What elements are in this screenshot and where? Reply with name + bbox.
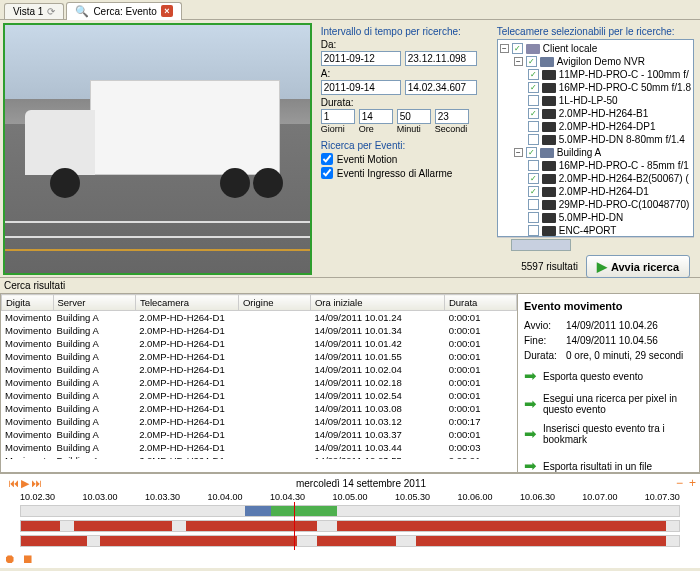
tl-zoom-in-icon[interactable]: +	[689, 476, 696, 490]
table-row[interactable]: MovimentoBuilding A2.0MP-HD-H264-D114/09…	[1, 363, 517, 376]
to-date-input[interactable]	[321, 80, 401, 95]
tab-vista[interactable]: Vista 1⟳	[4, 3, 64, 19]
to-time-input[interactable]	[405, 80, 477, 95]
duration-label: Durata:	[321, 97, 491, 108]
result-count: 5597 risultati	[521, 261, 578, 272]
table-row[interactable]: MovimentoBuilding A2.0MP-HD-H264-D114/09…	[1, 324, 517, 337]
table-row[interactable]: MovimentoBuilding A2.0MP-HD-H264-D114/09…	[1, 428, 517, 441]
event-detail-panel: Evento movimento Avvio:14/09/2011 10.04.…	[518, 293, 700, 473]
timeline[interactable]: ⏮ ▶ ⏭ mercoledì 14 settembre 2011 − + 10…	[0, 473, 700, 568]
refresh-icon[interactable]: ⟳	[47, 6, 55, 17]
table-row[interactable]: MovimentoBuilding A2.0MP-HD-H264-D114/09…	[1, 337, 517, 350]
tree-camera[interactable]: 2.0MP-HD-H264-B2(50067) (	[500, 172, 691, 185]
search-button[interactable]: ▶Avvia ricerca	[586, 255, 690, 278]
tree-camera[interactable]: 2.0MP-HD-H264-B1	[500, 107, 691, 120]
table-row[interactable]: MovimentoBuilding A2.0MP-HD-H264-D114/09…	[1, 376, 517, 389]
tree-camera[interactable]: 11MP-HD-PRO-C - 100mm f/	[500, 68, 691, 81]
timeline-track[interactable]	[20, 535, 680, 547]
tab-search[interactable]: 🔍Cerca: Evento×	[66, 2, 181, 20]
dur-days[interactable]	[321, 109, 355, 124]
tree-server[interactable]: −Avigilon Demo NVR	[500, 55, 691, 68]
tree-camera[interactable]: ENC-4PORT	[500, 224, 691, 237]
results-grid[interactable]: Digita Server Telecamera Origine Ora ini…	[0, 293, 518, 473]
tree-server[interactable]: −Building A	[500, 146, 691, 159]
tl-play-icon[interactable]: ▶	[21, 477, 29, 490]
detail-title: Evento movimento	[524, 300, 693, 312]
tree-hscroll[interactable]	[497, 237, 694, 251]
col-origine[interactable]: Origine	[238, 295, 310, 311]
timeline-date: mercoledì 14 settembre 2011	[52, 478, 670, 489]
table-row[interactable]: MovimentoBuilding A2.0MP-HD-H264-D114/09…	[1, 350, 517, 363]
tree-camera[interactable]: 2.0MP-HD-H264-D1	[500, 185, 691, 198]
tree-camera[interactable]: 16MP-HD-PRO-C 50mm f/1.8	[500, 81, 691, 94]
timeline-track[interactable]	[20, 520, 680, 532]
from-label: Da:	[321, 39, 491, 50]
tl-zoom-out-icon[interactable]: −	[676, 476, 683, 490]
camera-tree[interactable]: −Client locale−Avigilon Demo NVR11MP-HD-…	[497, 39, 694, 237]
tab-bar: Vista 1⟳ 🔍Cerca: Evento×	[0, 0, 700, 20]
action-bookmark[interactable]: ➡Inserisci questo evento tra i bookmark	[524, 421, 693, 447]
from-time-input[interactable]	[405, 51, 477, 66]
tree-camera[interactable]: 1L-HD-LP-50	[500, 94, 691, 107]
col-ora[interactable]: Ora iniziale	[310, 295, 444, 311]
col-server[interactable]: Server	[53, 295, 135, 311]
col-durata[interactable]: Durata	[444, 295, 516, 311]
from-date-input[interactable]	[321, 51, 401, 66]
tl-record-icon[interactable]: ⏺	[4, 552, 16, 566]
action-pixel-search[interactable]: ➡Esegui una ricerca per pixel in questo …	[524, 391, 693, 417]
col-telecamera[interactable]: Telecamera	[135, 295, 238, 311]
tree-camera[interactable]: 16MP-HD-PRO-C - 85mm f/1	[500, 159, 691, 172]
col-digita[interactable]: Digita	[2, 295, 54, 311]
action-export-event[interactable]: ➡Esporta questo evento	[524, 365, 693, 387]
video-preview[interactable]	[3, 23, 312, 275]
arrow-icon: ➡	[524, 425, 537, 443]
table-row[interactable]: MovimentoBuilding A2.0MP-HD-H264-D114/09…	[1, 389, 517, 402]
tree-camera[interactable]: 2.0MP-HD-H264-DP1	[500, 120, 691, 133]
to-label: A:	[321, 68, 491, 79]
cb-motion[interactable]	[321, 153, 333, 165]
arrow-icon: ➡	[524, 395, 537, 413]
tree-camera[interactable]: 29MP-HD-PRO-C(10048770)	[500, 198, 691, 211]
table-row[interactable]: MovimentoBuilding A2.0MP-HD-H264-D114/09…	[1, 454, 517, 459]
play-icon: ▶	[597, 259, 607, 274]
timeline-playhead[interactable]	[294, 502, 295, 550]
results-label: Cerca risultati	[0, 278, 700, 293]
arrow-icon: ➡	[524, 367, 537, 385]
table-row[interactable]: MovimentoBuilding A2.0MP-HD-H264-D114/09…	[1, 441, 517, 454]
dur-min[interactable]	[397, 109, 431, 124]
timeline-ticks: 10.02.3010.03.0010.03.3010.04.0010.04.30…	[0, 492, 700, 502]
table-row[interactable]: MovimentoBuilding A2.0MP-HD-H264-D114/09…	[1, 415, 517, 428]
close-icon[interactable]: ×	[161, 5, 173, 17]
table-row[interactable]: MovimentoBuilding A2.0MP-HD-H264-D114/09…	[1, 311, 517, 324]
cameras-title: Telecamere selezionabili per le ricerche…	[497, 26, 694, 37]
timeline-track[interactable]	[20, 505, 680, 517]
events-title: Ricerca per Eventi:	[321, 140, 491, 151]
tl-skip-back-icon[interactable]: ⏮	[8, 477, 19, 490]
dur-hours[interactable]	[359, 109, 393, 124]
tl-skip-fwd-icon[interactable]: ⏭	[31, 477, 42, 490]
dur-sec[interactable]	[435, 109, 469, 124]
table-row[interactable]: MovimentoBuilding A2.0MP-HD-H264-D114/09…	[1, 402, 517, 415]
cb-alarm[interactable]	[321, 167, 333, 179]
tree-camera[interactable]: 5.0MP-HD-DN 8-80mm f/1.4	[500, 133, 691, 146]
search-icon: 🔍	[75, 5, 89, 18]
tl-stop-icon[interactable]: ⏹	[22, 552, 34, 566]
tree-camera[interactable]: 5.0MP-HD-DN	[500, 211, 691, 224]
timeline-tracks[interactable]	[0, 502, 700, 550]
interval-title: Intervallo di tempo per ricerche:	[321, 26, 491, 37]
